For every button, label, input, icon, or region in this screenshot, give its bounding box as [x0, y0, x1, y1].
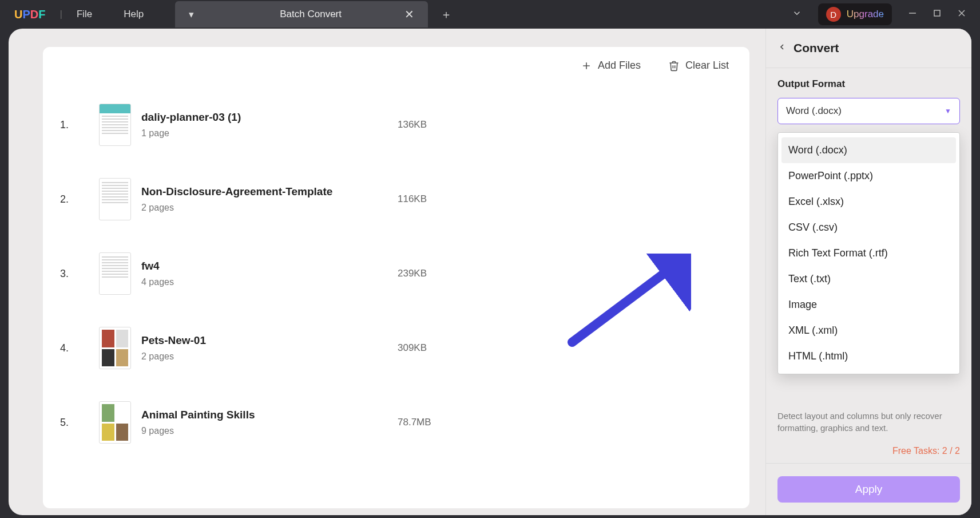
- apply-row: Apply: [766, 463, 971, 515]
- tab-close-icon[interactable]: ✕: [404, 7, 414, 21]
- file-pages: 2 pages: [141, 203, 387, 213]
- file-thumbnail: [99, 252, 131, 295]
- format-option[interactable]: Excel (.xlsx): [781, 189, 956, 215]
- selected-format: Word (.docx): [786, 105, 842, 117]
- file-card: Add Files Clear List 1.daliy-planner-03 …: [43, 47, 749, 508]
- file-size: 136KB: [398, 119, 466, 131]
- new-tab-button[interactable]: ＋: [441, 7, 452, 22]
- file-thumbnail: [99, 401, 131, 444]
- file-row[interactable]: 5.Animal Painting Skills9 pages78.7MB: [60, 385, 727, 460]
- format-option[interactable]: Text (.txt): [781, 266, 956, 292]
- window-maximize-icon[interactable]: [933, 9, 941, 20]
- file-pages: 4 pages: [141, 277, 387, 287]
- file-thumbnail: [99, 327, 131, 369]
- file-size: 116KB: [398, 193, 466, 205]
- row-index: 2.: [60, 193, 89, 205]
- output-format-select[interactable]: Word (.docx) ▼: [777, 98, 960, 124]
- upgrade-button[interactable]: D Upgrade: [818, 3, 892, 25]
- panel-header: Convert: [766, 29, 971, 68]
- file-list: 1.daliy-planner-03 (1)1 page136KB2.Non-D…: [43, 76, 749, 508]
- app-container: Add Files Clear List 1.daliy-planner-03 …: [9, 29, 971, 515]
- panel-title: Convert: [793, 41, 839, 55]
- add-files-button[interactable]: Add Files: [581, 60, 641, 72]
- tab-dropdown-icon[interactable]: ▾: [189, 9, 194, 21]
- format-option[interactable]: Rich Text Format (.rtf): [781, 240, 956, 266]
- separator: |: [59, 9, 62, 20]
- file-thumbnail: [99, 178, 131, 220]
- file-pages: 9 pages: [141, 426, 387, 436]
- convert-panel: Convert Output Format Word (.docx) ▼ Wor…: [765, 29, 971, 515]
- file-pages: 1 page: [141, 128, 387, 139]
- file-name: daliy-planner-03 (1): [141, 111, 387, 124]
- dropdown-triangle-icon: ▼: [945, 107, 951, 115]
- file-row[interactable]: 3.fw44 pages239KB: [60, 236, 727, 311]
- main-area: Add Files Clear List 1.daliy-planner-03 …: [9, 29, 765, 515]
- app-logo: UPDF: [14, 8, 45, 21]
- upgrade-label: Upgrade: [847, 9, 884, 20]
- clear-list-label: Clear List: [685, 60, 729, 72]
- format-dropdown: Word (.docx)PowerPoint (.pptx)Excel (.xl…: [777, 132, 960, 374]
- format-option[interactable]: Image: [781, 292, 956, 318]
- format-option[interactable]: CSV (.csv): [781, 215, 956, 240]
- svg-rect-1: [934, 10, 940, 16]
- tab-batch-convert[interactable]: ▾ Batch Convert ✕: [175, 1, 428, 27]
- menu-help[interactable]: Help: [124, 9, 144, 20]
- menu-file[interactable]: File: [77, 9, 92, 20]
- trash-icon: [668, 60, 680, 72]
- file-size: 309KB: [398, 342, 466, 354]
- window-close-icon[interactable]: [957, 9, 966, 21]
- card-toolbar: Add Files Clear List: [43, 47, 749, 76]
- row-index: 5.: [60, 417, 89, 429]
- file-name: fw4: [141, 260, 387, 272]
- titlebar: UPDF | File Help ▾ Batch Convert ✕ ＋ D U…: [0, 0, 980, 29]
- output-format-label: Output Format: [777, 78, 960, 90]
- row-index: 4.: [60, 342, 89, 354]
- add-files-label: Add Files: [598, 60, 641, 72]
- window-minimize-icon[interactable]: [908, 9, 917, 21]
- chevron-down-icon[interactable]: [792, 8, 802, 21]
- file-row[interactable]: 1.daliy-planner-03 (1)1 page136KB: [60, 88, 727, 162]
- file-pages: 2 pages: [141, 351, 387, 362]
- format-option[interactable]: HTML (.html): [781, 343, 956, 369]
- free-tasks-label: Free Tasks: 2 / 2: [766, 441, 971, 463]
- apply-button[interactable]: Apply: [777, 476, 960, 503]
- row-index: 1.: [60, 119, 89, 131]
- file-size: 78.7MB: [398, 417, 466, 428]
- user-avatar: D: [826, 7, 841, 22]
- file-row[interactable]: 4.Pets-New-012 pages309KB: [60, 311, 727, 385]
- file-name: Pets-New-01: [141, 334, 387, 347]
- file-name: Non-Disclosure-Agreement-Template: [141, 185, 387, 198]
- row-index: 3.: [60, 268, 89, 280]
- file-thumbnail: [99, 104, 131, 146]
- plus-icon: [581, 60, 592, 72]
- back-icon[interactable]: [777, 42, 787, 54]
- file-name: Animal Painting Skills: [141, 409, 387, 421]
- format-option[interactable]: Word (.docx): [781, 137, 956, 163]
- file-row[interactable]: 2.Non-Disclosure-Agreement-Template2 pag…: [60, 162, 727, 236]
- file-size: 239KB: [398, 268, 466, 279]
- clear-list-button[interactable]: Clear List: [668, 60, 729, 72]
- tab-title: Batch Convert: [280, 9, 342, 20]
- format-option[interactable]: PowerPoint (.pptx): [781, 163, 956, 189]
- layout-hint: Detect layout and columns but only recov…: [777, 410, 960, 435]
- format-option[interactable]: XML (.xml): [781, 318, 956, 343]
